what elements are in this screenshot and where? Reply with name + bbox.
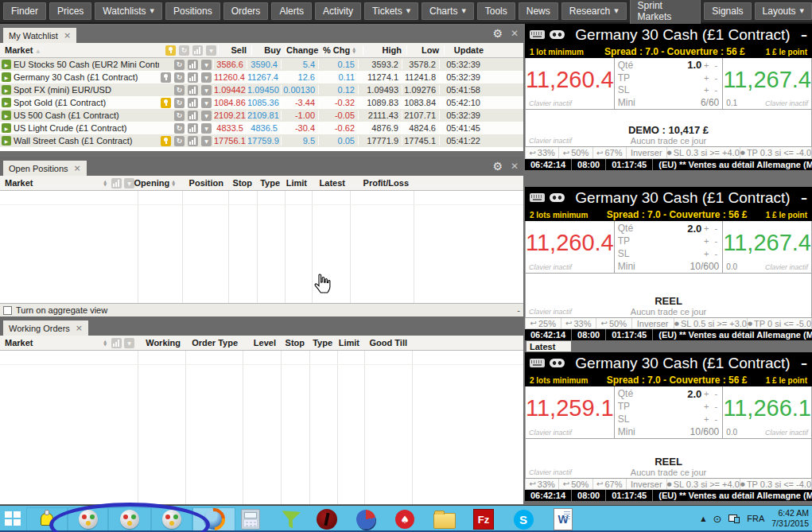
menu-prices[interactable]: Prices — [49, 2, 91, 20]
watchlist-row[interactable]: ▶EU Stocks 50 Cash (EUR2 Mini Contract) … — [0, 58, 523, 71]
watchlist-row[interactable]: ▶Spot FX (mini) EUR/USD ↻ ▼ 1.09442 1.09… — [0, 83, 523, 96]
play-icon[interactable]: ▶ — [2, 85, 11, 95]
close-icon[interactable]: × — [64, 30, 71, 41]
close-pct-button[interactable]: ↩50% — [596, 318, 632, 328]
tp-stepper[interactable]: + - — [701, 402, 719, 411]
network-icon[interactable] — [728, 515, 740, 523]
sl-rule-button[interactable]: ●SL 0.3 si >= +4.0 — [667, 479, 740, 489]
chart-icon[interactable] — [188, 123, 198, 134]
tab-working-orders[interactable]: Working Orders × — [3, 320, 88, 336]
refresh-icon[interactable]: ↻ — [174, 136, 185, 146]
aggregate-view-checkbox[interactable] — [3, 306, 12, 315]
play-icon[interactable]: ▶ — [2, 123, 11, 133]
sl-stepper[interactable]: + - — [701, 414, 719, 424]
minimize-button[interactable]: – — [801, 29, 807, 41]
sl-stepper[interactable]: + - — [701, 85, 719, 95]
keyboard-icon[interactable] — [530, 30, 545, 39]
inverser-button[interactable]: Inverser — [627, 479, 667, 489]
inverser-button[interactable]: Inverser — [632, 318, 674, 328]
chart-icon[interactable] — [192, 45, 203, 56]
tp-rule-button[interactable]: ●TP 0.3 si <= -4.0 — [740, 479, 811, 489]
sell-price-button[interactable]: 11,260.4 Clavier inactif — [526, 221, 614, 273]
chart-icon[interactable] — [188, 111, 198, 121]
taskbar-app-filezilla[interactable]: Fz — [472, 509, 495, 530]
quantity-stepper[interactable]: + - — [701, 60, 719, 70]
alert-bulb-icon[interactable] — [161, 72, 171, 83]
tp-stepper[interactable]: + - — [701, 73, 719, 83]
close-pct-button[interactable]: ↩25% — [526, 318, 561, 328]
play-icon[interactable]: ▶ — [2, 72, 11, 82]
gear-icon[interactable]: ⚙ — [492, 28, 503, 39]
menu-orders[interactable]: Orders — [223, 2, 269, 20]
refresh-icon[interactable]: ↻ — [174, 111, 185, 121]
quantity-stepper[interactable]: + - — [701, 389, 719, 398]
sort-icon[interactable]: ▲▼ — [352, 47, 355, 53]
chevron-down-icon[interactable]: ▼ — [201, 72, 212, 83]
tab-my-watchlist[interactable]: My Watchlist × — [3, 28, 76, 43]
watchlist-row[interactable]: ▶Germany 30 Cash (£1 Contract) ↻ ▼ 11260… — [0, 71, 523, 83]
taskbar-app-explorer[interactable] — [433, 509, 457, 530]
close-icon[interactable]: × — [74, 163, 81, 173]
menu-charts[interactable]: Charts▼ — [422, 2, 474, 20]
chart-icon[interactable] — [188, 85, 198, 95]
quantity-value[interactable]: 1.0 — [645, 59, 702, 71]
chevron-down-icon[interactable]: ▼ — [201, 123, 212, 134]
taskbar-app-skype[interactable]: S — [511, 509, 535, 530]
chevron-down-icon[interactable]: ▼ — [201, 60, 212, 70]
menu-research[interactable]: Research▼ — [561, 2, 627, 20]
quantity-value[interactable]: 2.0 — [645, 223, 702, 235]
play-icon[interactable]: ▶ — [2, 136, 11, 146]
sort-icon[interactable]: ▲▼ — [172, 180, 175, 186]
menu-layouts[interactable]: Layouts▼ — [755, 2, 812, 20]
tp-rule-button[interactable]: ●TP 0.3 si <= -4.0 — [740, 147, 811, 158]
sort-icon[interactable]: ▲▼ — [103, 180, 107, 186]
chart-icon[interactable] — [188, 60, 198, 70]
close-pct-button[interactable]: ↩50% — [559, 147, 592, 158]
close-icon[interactable]: × — [76, 323, 83, 333]
tp-rule-button[interactable]: ●TP 0 si <= -5.0 — [748, 318, 811, 328]
close-icon[interactable]: ✕ — [511, 29, 519, 38]
sell-price-button[interactable]: 11,259.1 Clavier inactif — [526, 386, 614, 438]
quantity-value[interactable]: 2.0 — [645, 388, 702, 400]
chart-icon[interactable] — [188, 136, 198, 146]
minimize-button[interactable]: – — [801, 357, 807, 370]
quantity-stepper[interactable]: + - — [701, 223, 719, 233]
close-pct-button[interactable]: ↩67% — [593, 147, 627, 158]
sl-stepper[interactable]: + - — [701, 249, 719, 258]
keyboard-icon[interactable] — [530, 359, 545, 367]
menu-news[interactable]: News — [519, 2, 558, 20]
menu-positions[interactable]: Positions — [165, 2, 220, 20]
close-icon[interactable]: ✕ — [511, 161, 519, 171]
alert-bulb-icon[interactable] — [161, 98, 171, 108]
close-pct-button[interactable]: ↩33% — [561, 318, 597, 328]
taskbar-app-game[interactable] — [315, 509, 339, 530]
collapse-handle[interactable]: - — [517, 305, 520, 315]
refresh-icon[interactable]: ↻ — [174, 98, 185, 108]
language-indicator[interactable]: FRA — [747, 514, 764, 523]
gear-icon[interactable]: ⚙ — [492, 161, 503, 172]
refresh-icon[interactable]: ↻ — [174, 60, 185, 70]
watchlist-row[interactable]: ▶Wall Street Cash (£1 Contract) ↻ ▼ 1775… — [0, 134, 523, 147]
close-pct-button[interactable]: ↩67% — [593, 479, 627, 489]
tp-stepper[interactable]: + - — [701, 236, 719, 246]
menu-activity[interactable]: Activity — [315, 2, 361, 20]
refresh-icon[interactable]: ↻ — [174, 72, 185, 83]
menu-sprint-markets[interactable]: Sprint Markets — [630, 0, 701, 25]
taskbar-app-funnel[interactable] — [278, 509, 302, 530]
tab-latest[interactable]: Latest — [526, 341, 571, 351]
watchlist-row[interactable]: ▶Spot Gold (£1 Contract) ↻ ▼ 1084.86 108… — [0, 96, 523, 109]
chevron-down-icon[interactable]: ▼ — [124, 338, 134, 348]
menu-finder[interactable]: Finder — [3, 2, 46, 20]
refresh-icon[interactable]: ↻ — [174, 123, 185, 134]
play-icon[interactable]: ▶ — [2, 60, 11, 69]
gamepad-icon[interactable] — [550, 193, 565, 202]
start-button[interactable] — [5, 511, 22, 527]
taskbar-app-pokerstars[interactable]: ♠ — [393, 509, 417, 530]
inverser-button[interactable]: Inverser — [627, 147, 667, 158]
refresh-icon[interactable]: ↻ — [174, 85, 185, 95]
chart-icon[interactable] — [111, 178, 122, 188]
menu-signals[interactable]: Signals — [704, 2, 751, 20]
taskbar-clock[interactable]: 6:42 AM 7/31/2015 — [771, 508, 809, 529]
taskbar-app-charting[interactable] — [354, 509, 378, 530]
chevron-down-icon[interactable]: ▼ — [201, 85, 212, 95]
